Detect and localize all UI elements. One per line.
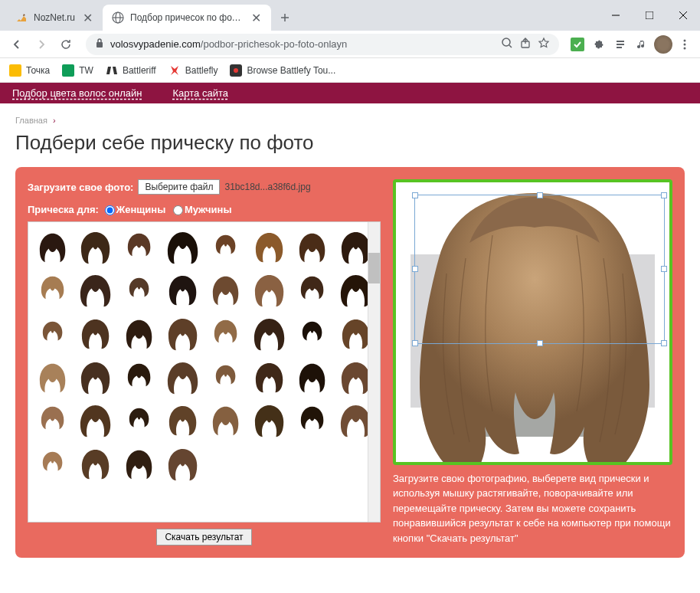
site-nav: Подбор цвета волос онлайн Карта сайта — [0, 83, 700, 103]
svg-point-11 — [684, 43, 686, 45]
hair-thumbnail[interactable] — [118, 442, 160, 484]
puzzle-icon[interactable] — [590, 35, 608, 54]
resize-handle[interactable] — [412, 266, 418, 272]
hair-thumbnail[interactable] — [75, 312, 117, 354]
breadcrumb-home[interactable]: Главная — [15, 116, 47, 125]
hair-thumbnail[interactable] — [118, 399, 160, 441]
hair-thumbnail[interactable] — [205, 312, 247, 354]
forward-button[interactable] — [31, 34, 52, 55]
bookmark-icon — [168, 64, 181, 77]
hair-thumbnail[interactable] — [118, 312, 160, 354]
bookmark-item[interactable]: TW — [62, 64, 93, 77]
svg-rect-5 — [96, 42, 103, 48]
hair-thumbnail[interactable] — [162, 225, 204, 267]
close-button[interactable] — [666, 4, 700, 27]
nav-link[interactable]: Карта сайта — [173, 87, 228, 99]
hair-thumbnail[interactable] — [162, 442, 204, 484]
bookmark-icon — [230, 64, 242, 77]
maximize-button[interactable] — [633, 4, 666, 27]
music-icon[interactable] — [633, 35, 651, 54]
hair-thumbnail[interactable] — [162, 269, 204, 311]
hair-thumbnail[interactable] — [292, 269, 334, 311]
hair-thumbnail[interactable] — [162, 399, 204, 441]
download-button[interactable]: Скачать результат — [156, 529, 251, 545]
tab-inactive[interactable]: NozNet.ru ✕ — [6, 5, 103, 31]
nav-link[interactable]: Подбор цвета волос онлайн — [12, 87, 142, 99]
address-bar[interactable]: volosvypadenie.com/podbor-prichesok-po-f… — [86, 34, 559, 55]
svg-point-12 — [684, 47, 686, 49]
star-icon[interactable] — [538, 37, 550, 52]
hair-thumbnail[interactable] — [292, 225, 334, 267]
resize-handle[interactable] — [661, 192, 667, 198]
hair-thumbnail[interactable] — [292, 312, 334, 354]
preview-box[interactable] — [393, 179, 672, 465]
svg-rect-13 — [9, 64, 21, 77]
app-panel: Загрузите свое фото: Выберите файл 31bc1… — [15, 167, 685, 558]
hair-thumbnail[interactable] — [162, 355, 204, 398]
hair-thumbnail[interactable] — [31, 269, 74, 311]
resize-handle[interactable] — [412, 340, 418, 346]
hair-thumbnail[interactable] — [75, 225, 117, 267]
upload-label: Загрузите свое фото: — [28, 182, 133, 193]
url-text: volosvypadenie.com/podbor-prichesok-po-f… — [110, 38, 495, 50]
hair-thumbnail[interactable] — [205, 269, 247, 311]
ext-check-icon[interactable] — [568, 35, 587, 54]
hair-thumbnail[interactable] — [248, 355, 290, 398]
resize-handle[interactable] — [537, 340, 543, 346]
hair-thumbnail[interactable] — [31, 225, 74, 267]
tab-active[interactable]: Подбор причесок по фото онла ✕ — [103, 5, 271, 31]
hair-thumbnail[interactable] — [248, 399, 290, 441]
window-titlebar: NozNet.ru ✕ Подбор причесок по фото онла… — [0, 0, 700, 31]
tab-favicon — [15, 11, 28, 24]
selection-rect[interactable] — [414, 195, 665, 344]
hair-thumbnail[interactable] — [31, 442, 74, 484]
gender-men-radio[interactable] — [173, 205, 183, 215]
hair-thumbnail[interactable] — [75, 269, 117, 311]
hair-thumbnail[interactable] — [118, 269, 160, 311]
menu-icon[interactable] — [675, 35, 694, 54]
back-button[interactable] — [6, 34, 28, 55]
hair-thumbnail[interactable] — [31, 355, 74, 398]
new-tab-button[interactable] — [274, 7, 296, 28]
resize-handle[interactable] — [537, 192, 543, 198]
resize-handle[interactable] — [661, 266, 667, 272]
hair-thumbnail[interactable] — [205, 399, 247, 441]
bookmark-item[interactable]: Browse Battlefy Tou... — [230, 64, 335, 77]
reload-button[interactable] — [55, 34, 77, 55]
close-icon[interactable]: ✕ — [81, 11, 93, 24]
resize-handle[interactable] — [412, 192, 418, 198]
hair-thumbnail[interactable] — [248, 312, 290, 354]
avatar[interactable] — [654, 35, 672, 54]
hair-thumbnail[interactable] — [248, 225, 290, 267]
share-icon[interactable] — [519, 37, 532, 52]
chevron-right-icon: › — [53, 116, 56, 125]
bookmark-item[interactable]: Battleriff — [106, 64, 156, 77]
hair-thumbnail[interactable] — [292, 355, 334, 398]
scrollbar[interactable] — [368, 222, 380, 522]
hair-thumbnail[interactable] — [205, 225, 247, 267]
hair-thumbnail[interactable] — [162, 312, 204, 354]
hair-thumbnail[interactable] — [118, 225, 160, 267]
hair-thumbnail[interactable] — [75, 442, 117, 484]
resize-handle[interactable] — [661, 340, 667, 346]
hair-thumbnail[interactable] — [248, 269, 290, 311]
svg-rect-4 — [646, 11, 653, 19]
hair-thumbnail[interactable] — [31, 312, 74, 354]
close-icon[interactable]: ✕ — [250, 11, 262, 24]
hair-thumbnail[interactable] — [31, 399, 74, 441]
gender-women-radio[interactable] — [105, 205, 115, 215]
hair-thumbnail[interactable] — [75, 355, 117, 398]
hair-thumbnail[interactable] — [292, 399, 334, 441]
bookmark-item[interactable]: Battlefly — [168, 64, 218, 77]
hair-thumbnail[interactable] — [118, 355, 160, 398]
bookmark-item[interactable]: Точка — [9, 64, 50, 77]
file-select-button[interactable]: Выберите файл — [138, 179, 220, 195]
gender-label: Прическа для: — [28, 204, 99, 215]
hair-thumbnail[interactable] — [205, 355, 247, 398]
hair-thumbnail[interactable] — [75, 399, 117, 441]
minimize-button[interactable] — [599, 4, 633, 27]
search-icon[interactable] — [501, 37, 513, 52]
list-icon[interactable] — [611, 35, 630, 54]
scrollbar-thumb[interactable] — [368, 253, 380, 283]
svg-rect-14 — [62, 64, 74, 77]
